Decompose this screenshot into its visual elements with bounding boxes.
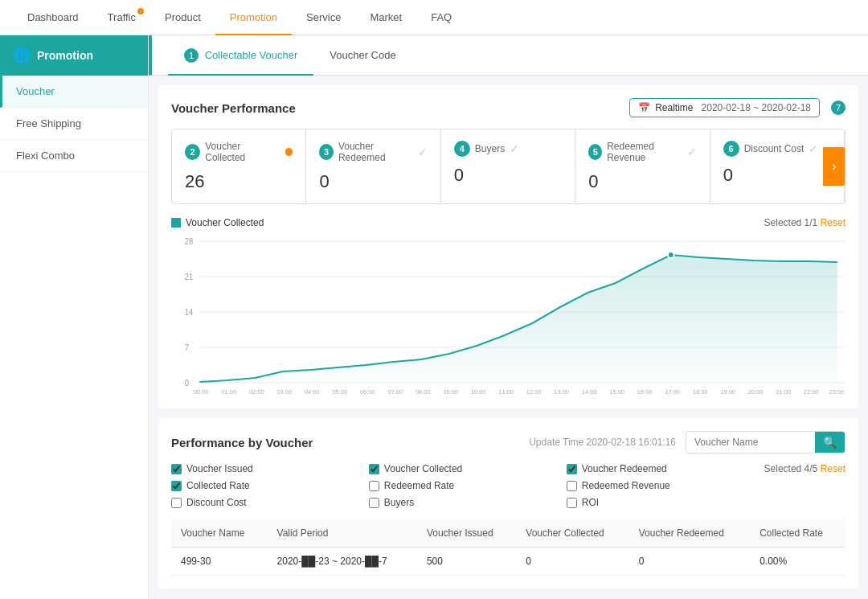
checkbox-redeemed-rate-input[interactable] [369,481,379,491]
td-voucher-collected: 0 [516,548,628,576]
checkbox-discount-cost: Discount Cost [171,497,369,508]
checkbox-redeemed-revenue-input[interactable] [567,481,577,491]
nav-service[interactable]: Service [292,0,355,35]
nav-dashboard[interactable]: Dashboard [13,0,93,35]
voucher-performance-section: Voucher Performance 📅 Realtime 2020-02-1… [158,85,858,408]
nav-product[interactable]: Product [150,0,215,35]
check-icon-5: ✓ [687,146,697,158]
checkbox-voucher-issued-input[interactable] [171,464,182,474]
checkbox-voucher-collected: Voucher Collected [369,463,567,474]
badge-3: 3 [319,144,334,160]
svg-text:00:00: 00:00 [194,388,209,396]
badge-2: 2 [185,144,200,160]
metric-title-buyers: Buyers [475,143,505,154]
metric-value-redeemed: 0 [319,171,427,192]
reset-link-2[interactable]: Reset [821,463,845,474]
th-voucher-redeemed: Voucher Redeemed [629,519,750,548]
metric-card-voucher-collected: 2 Voucher Collected 26 [172,129,306,203]
svg-text:07:00: 07:00 [387,388,403,396]
metric-card-buyers: 4 Buyers ✓ 0 [441,129,575,203]
nav-promotion[interactable]: Promotion [215,0,292,35]
nav-faq[interactable]: FAQ [416,0,466,35]
globe-icon: 🌐 [13,47,31,64]
svg-text:16:00: 16:00 [637,388,653,396]
svg-text:21: 21 [185,273,193,281]
svg-text:03:00: 03:00 [276,388,292,396]
svg-marker-10 [199,255,837,383]
svg-text:05:00: 05:00 [332,388,347,396]
th-voucher-collected: Voucher Collected [516,519,628,548]
nav-market[interactable]: Market [355,0,416,35]
svg-point-11 [668,252,674,258]
checkbox-voucher-redeemed-input[interactable] [567,464,577,474]
checkbox-voucher-redeemed: Voucher Redeemed [567,463,764,474]
svg-text:19:00: 19:00 [720,388,735,396]
td-valid-period: 2020-██-23 ~ 2020-██-7 [268,548,417,576]
metric-value-revenue: 0 [588,171,696,192]
tab-badge-1: 1 [184,48,199,63]
sidebar-item-free-shipping[interactable]: Free Shipping [0,108,148,140]
svg-text:0: 0 [185,379,189,388]
arrow-right-button[interactable]: › [823,147,845,186]
svg-text:11:00: 11:00 [498,388,514,396]
reset-link[interactable]: Reset [821,217,845,228]
check-icon-3: ✓ [418,146,428,158]
badge-4: 4 [454,141,470,157]
selected-count: Selected 4/5 [764,463,818,474]
checkbox-voucher-issued: Voucher Issued [171,463,369,474]
selected-label: Selected 1/1 [764,217,818,228]
svg-text:17:00: 17:00 [665,388,680,396]
svg-text:18:00: 18:00 [693,388,708,396]
metric-title-discount: Discount Cost [744,143,805,154]
svg-text:13:00: 13:00 [554,388,569,396]
checkbox-voucher-collected-input[interactable] [369,464,379,474]
metric-value-discount: 0 [723,165,831,186]
checkbox-redeemed-revenue: Redeemed Revenue [567,480,764,491]
svg-text:22:00: 22:00 [804,388,819,396]
top-navigation: Dashboard Traffic Product Promotion Serv… [0,0,868,35]
nav-traffic[interactable]: Traffic [93,0,150,35]
checkbox-discount-cost-input[interactable] [171,498,182,508]
svg-text:20:00: 20:00 [748,388,764,396]
perf-voucher-header: Performance by Voucher Update Time 2020-… [171,431,845,453]
checkbox-buyers: Buyers [369,497,567,508]
line-chart: 28 21 14 7 0 [171,235,845,396]
th-collected-rate: Collected Rate [750,519,845,548]
checkbox-collected-rate-input[interactable] [171,481,182,491]
tab-voucher-code[interactable]: Voucher Code [313,35,411,76]
td-collected-rate: 0.00% [750,548,845,576]
checkbox-voucher-issued-label: Voucher Issued [186,463,253,474]
tab-collectable-voucher[interactable]: 1 Collectable Voucher [168,35,313,76]
badge-7: 7 [831,101,845,115]
checkbox-redeemed-rate: Redeemed Rate [369,480,567,491]
badge-5: 5 [588,144,602,160]
metric-card-voucher-redeemed: 3 Voucher Redeemed ✓ 0 [306,129,440,203]
tab-bar: 1 Collectable Voucher Voucher Code [149,35,868,76]
checkbox-redeemed-revenue-label: Redeemed Revenue [582,480,670,491]
td-voucher-redeemed: 0 [629,548,750,576]
performance-by-voucher-section: Performance by Voucher Update Time 2020-… [158,418,858,589]
sidebar-item-voucher[interactable]: Voucher [0,76,148,108]
search-button[interactable]: 🔍 [815,432,845,453]
checkbox-buyers-input[interactable] [369,498,379,508]
checkbox-roi: ROI [567,497,764,508]
svg-text:04:00: 04:00 [305,388,320,396]
metric-title-collected: Voucher Collected [205,141,280,163]
checkbox-redeemed-rate-label: Redeemed Rate [384,480,454,491]
date-range-button[interactable]: 📅 Realtime 2020-02-18 ~ 2020-02-18 [629,98,820,117]
checkbox-collected-rate: Collected Rate [171,480,369,491]
svg-text:21:00: 21:00 [776,388,791,396]
tab-collectable-label: Collectable Voucher [205,49,298,61]
sidebar-header: 🌐 Promotion [0,35,148,76]
calendar-icon: 📅 [638,102,650,113]
th-voucher-issued: Voucher Issued [417,519,516,548]
svg-text:02:00: 02:00 [249,388,264,396]
td-voucher-name: 499-30 [171,548,268,576]
voucher-search-input[interactable] [686,433,815,452]
svg-text:08:00: 08:00 [416,388,431,396]
sidebar-item-flexi-combo[interactable]: Flexi Combo [0,140,148,172]
chart-area: Voucher Collected Selected 1/1 Reset 28 … [171,217,845,396]
date-range-text: 2020-02-18 ~ 2020-02-18 [702,102,811,113]
checkbox-roi-input[interactable] [567,498,577,508]
selected-info: Selected 4/5 Reset [764,463,845,474]
